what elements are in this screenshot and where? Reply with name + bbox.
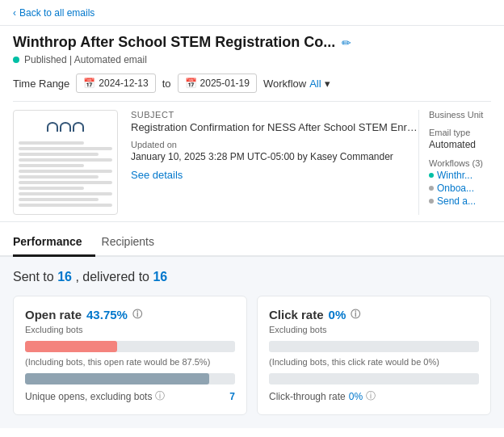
open-rate-bar-fill: [25, 341, 117, 352]
tab-recipients[interactable]: Recipients: [102, 229, 167, 257]
chevron-down-icon: ▾: [325, 78, 330, 90]
click-rate-subtitle: Excluding bots: [269, 325, 479, 334]
end-date-value: 2025-01-19: [200, 78, 250, 89]
email-details-row: Subject Registration Confirmation for NE…: [13, 101, 491, 215]
sent-text: Sent to: [13, 270, 54, 284]
sent-count: 16: [57, 270, 72, 284]
chevron-left-icon: ‹: [13, 7, 16, 19]
wave-bar-1: [47, 122, 58, 132]
open-rate-footer-label: Unique opens, excluding bots ⓘ: [25, 389, 165, 403]
sent-summary: Sent to 16 , delivered to 16: [13, 270, 491, 284]
email-title-row: Winthrop After School STEM Registration …: [13, 34, 491, 51]
text-line: [19, 153, 99, 156]
time-range-label: Time Range: [13, 78, 69, 90]
status-dot: [13, 57, 19, 63]
open-rate-card: Open rate 43.75% ⓘ Excluding bots (Inclu…: [13, 296, 247, 415]
status-text: Published | Automated email: [24, 54, 147, 65]
updated-label: Updated on: [131, 140, 418, 149]
open-rate-bar-container: [25, 341, 235, 352]
email-type-value: Automated: [429, 139, 491, 150]
thumbnail-text-lines: [19, 141, 112, 209]
text-line: [19, 141, 84, 145]
click-rate-label: Click rate: [269, 308, 324, 321]
status-row: Published | Automated email: [13, 54, 491, 65]
start-date-input[interactable]: 📅 2024-12-13: [76, 74, 155, 93]
workflow-name-1: Winthr...: [437, 170, 472, 181]
workflow-link-2[interactable]: Onboa...: [429, 183, 491, 194]
open-rate-label: Open rate: [25, 308, 82, 321]
workflows-label: Workflows (3): [429, 158, 491, 168]
click-rate-note: (Including bots, this click rate would b…: [269, 357, 479, 367]
end-date-input[interactable]: 📅 2025-01-19: [178, 74, 257, 93]
open-rate-info-icon[interactable]: ⓘ: [132, 308, 142, 321]
see-details-link[interactable]: See details: [131, 169, 183, 181]
tab-performance[interactable]: Performance: [13, 229, 95, 257]
to-text: to: [162, 78, 171, 90]
email-info: Subject Registration Confirmation for NE…: [131, 110, 418, 215]
click-rate-bar-container: [269, 341, 479, 352]
open-rate-title: Open rate 43.75% ⓘ: [25, 308, 235, 321]
tabs-bar: Performance Recipients: [0, 229, 504, 257]
delivered-count: 16: [153, 270, 167, 284]
workflow-dot-1: [429, 173, 434, 178]
back-link-label: Back to all emails: [19, 7, 94, 19]
click-through-info-icon[interactable]: ⓘ: [366, 389, 376, 403]
open-rate-subtitle: Excluding bots: [25, 325, 235, 334]
open-rate-bots-bar-container: [25, 373, 235, 384]
business-unit-section: Business Unit: [429, 110, 491, 120]
open-rate-bots-bar-fill: [25, 373, 209, 384]
email-type-label: Email type: [429, 128, 491, 137]
subject-value: Registration Confirmation for NESS After…: [131, 121, 418, 133]
text-line: [19, 192, 112, 195]
click-through-rate-value: 0%: [349, 391, 363, 402]
logo-waves: [47, 122, 84, 132]
click-rate-title: Click rate 0% ⓘ: [269, 308, 479, 321]
updated-value: January 10, 2025 3:28 PM UTC-05:00 by Ka…: [131, 151, 418, 162]
open-rate-footer-value: 7: [229, 391, 235, 402]
open-rate-footer: Unique opens, excluding bots ⓘ 7: [25, 389, 235, 403]
click-rate-footer-label: Click-through rate 0% ⓘ: [269, 389, 376, 403]
text-line: [19, 204, 112, 207]
workflow-selector[interactable]: Workflow All ▾: [263, 78, 330, 90]
open-rate-footer-text: Unique opens, excluding bots: [25, 391, 152, 402]
start-date-value: 2024-12-13: [99, 78, 148, 89]
wave-bar-3: [73, 122, 84, 132]
delivered-text: , delivered to: [75, 270, 149, 284]
tab-recipients-label: Recipients: [102, 235, 154, 248]
text-line: [19, 147, 112, 150]
unique-opens-info-icon[interactable]: ⓘ: [155, 389, 165, 403]
click-rate-info-icon[interactable]: ⓘ: [351, 308, 360, 321]
subject-label: Subject: [131, 110, 418, 120]
back-link[interactable]: ‹ Back to all emails: [13, 7, 94, 19]
header-section: Winthrop After School STEM Registration …: [0, 26, 504, 222]
workflow-name-2: Onboa...: [437, 183, 474, 194]
thumbnail-logo: [47, 116, 84, 138]
open-rate-value: 43.75%: [86, 308, 128, 321]
workflow-dot-2: [429, 186, 434, 191]
top-nav: ‹ Back to all emails: [0, 0, 504, 26]
workflow-link-1[interactable]: Winthr...: [429, 170, 491, 181]
text-line: [19, 187, 84, 190]
email-sidebar: Business Unit Email type Automated Workf…: [418, 110, 491, 215]
calendar-icon-start: 📅: [83, 78, 95, 89]
business-unit-label: Business Unit: [429, 110, 491, 120]
tab-performance-label: Performance: [13, 235, 82, 248]
performance-section: Sent to 16 , delivered to 16 Open rate 4…: [0, 257, 504, 428]
open-rate-note: (Including bots, this open rate would be…: [25, 357, 235, 367]
click-rate-value: 0%: [329, 308, 346, 321]
text-line: [19, 181, 112, 184]
text-line: [19, 198, 99, 201]
text-line: [19, 170, 112, 173]
workflows-section: Workflows (3) Winthr... Onboa... Send a.…: [429, 158, 491, 207]
click-rate-footer: Click-through rate 0% ⓘ: [269, 389, 479, 403]
text-line: [19, 175, 99, 179]
workflow-dot-3: [429, 199, 434, 204]
text-line: [19, 158, 112, 162]
click-rate-card: Click rate 0% ⓘ Excluding bots (Includin…: [257, 296, 491, 415]
workflow-value: All: [309, 78, 321, 90]
time-range-row: Time Range 📅 2024-12-13 to 📅 2025-01-19 …: [13, 74, 491, 93]
calendar-icon-end: 📅: [185, 78, 197, 89]
workflow-link-3[interactable]: Send a...: [429, 195, 491, 207]
edit-icon[interactable]: ✏: [342, 36, 351, 49]
email-title: Winthrop After School STEM Registration …: [13, 34, 335, 51]
